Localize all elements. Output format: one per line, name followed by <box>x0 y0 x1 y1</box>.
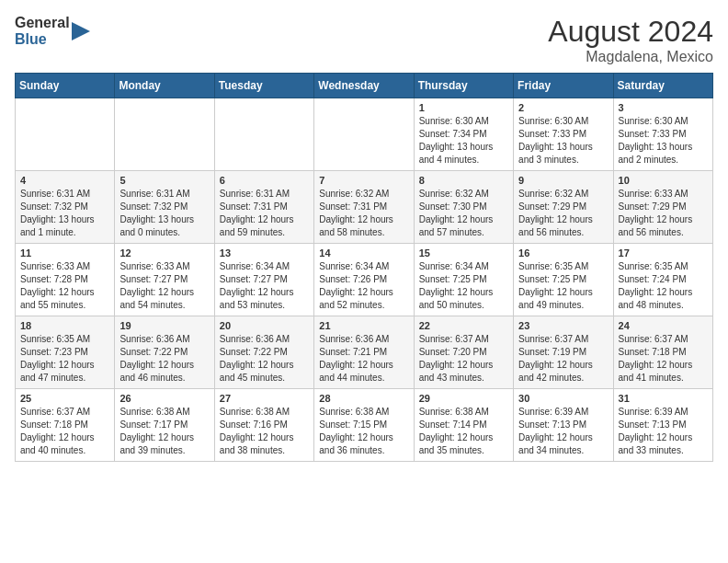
day-info: Sunrise: 6:33 AMSunset: 7:27 PMDaylight:… <box>119 260 209 312</box>
day-number: 10 <box>619 175 708 186</box>
day-info: Sunrise: 6:39 AMSunset: 7:13 PMDaylight:… <box>619 406 708 457</box>
day-number: 18 <box>20 320 109 331</box>
day-number: 28 <box>319 393 408 404</box>
day-number: 22 <box>419 320 508 331</box>
day-info: Sunrise: 6:33 AMSunset: 7:29 PMDaylight:… <box>619 188 708 239</box>
svg-marker-0 <box>72 22 90 40</box>
day-number: 16 <box>518 247 608 259</box>
day-number: 3 <box>619 102 708 113</box>
day-number: 24 <box>619 320 708 331</box>
day-info: Sunrise: 6:33 AMSunset: 7:28 PMDaylight:… <box>20 260 109 312</box>
day-info: Sunrise: 6:36 AMSunset: 7:22 PMDaylight:… <box>119 333 209 385</box>
col-monday: Monday <box>115 74 214 98</box>
day-number: 27 <box>220 393 309 404</box>
logo: General Blue <box>15 15 90 47</box>
day-number: 19 <box>119 320 209 331</box>
table-row: 3Sunrise: 6:30 AMSunset: 7:33 PMDaylight… <box>613 98 712 171</box>
col-saturday: Saturday <box>613 74 712 98</box>
day-number: 31 <box>619 393 708 404</box>
col-friday: Friday <box>514 74 613 98</box>
month-year-title: August 2024 <box>548 15 713 49</box>
table-row: 9Sunrise: 6:32 AMSunset: 7:29 PMDaylight… <box>514 171 613 244</box>
table-row: 8Sunrise: 6:32 AMSunset: 7:30 PMDaylight… <box>414 171 513 244</box>
day-info: Sunrise: 6:31 AMSunset: 7:31 PMDaylight:… <box>220 188 309 239</box>
day-info: Sunrise: 6:38 AMSunset: 7:14 PMDaylight:… <box>419 406 508 457</box>
day-info: Sunrise: 6:35 AMSunset: 7:23 PMDaylight:… <box>20 333 109 385</box>
location-subtitle: Magdalena, Mexico <box>548 49 713 65</box>
table-row: 18Sunrise: 6:35 AMSunset: 7:23 PMDayligh… <box>16 316 115 389</box>
table-row: 16Sunrise: 6:35 AMSunset: 7:25 PMDayligh… <box>514 244 613 316</box>
day-number: 23 <box>518 320 608 331</box>
calendar-week-row: 25Sunrise: 6:37 AMSunset: 7:18 PMDayligh… <box>16 389 713 462</box>
calendar-header-row: Sunday Monday Tuesday Wednesday Thursday… <box>16 74 713 98</box>
day-number: 17 <box>619 247 708 259</box>
day-info: Sunrise: 6:36 AMSunset: 7:22 PMDaylight:… <box>220 333 309 385</box>
day-number: 26 <box>119 393 209 404</box>
day-number: 2 <box>518 102 608 113</box>
day-info: Sunrise: 6:32 AMSunset: 7:31 PMDaylight:… <box>319 188 408 239</box>
logo-general: General <box>15 15 70 31</box>
table-row: 2Sunrise: 6:30 AMSunset: 7:33 PMDaylight… <box>514 98 613 171</box>
day-number: 8 <box>419 175 508 186</box>
day-number: 7 <box>319 175 408 186</box>
table-row: 13Sunrise: 6:34 AMSunset: 7:27 PMDayligh… <box>214 244 313 316</box>
table-row: 25Sunrise: 6:37 AMSunset: 7:18 PMDayligh… <box>16 389 115 462</box>
title-block: August 2024 Magdalena, Mexico <box>548 15 713 65</box>
table-row: 10Sunrise: 6:33 AMSunset: 7:29 PMDayligh… <box>613 171 712 244</box>
table-row: 17Sunrise: 6:35 AMSunset: 7:24 PMDayligh… <box>613 244 712 316</box>
table-row: 23Sunrise: 6:37 AMSunset: 7:19 PMDayligh… <box>514 316 613 389</box>
table-row <box>115 98 214 171</box>
table-row: 29Sunrise: 6:38 AMSunset: 7:14 PMDayligh… <box>414 389 513 462</box>
col-sunday: Sunday <box>16 74 115 98</box>
day-info: Sunrise: 6:35 AMSunset: 7:24 PMDaylight:… <box>619 260 708 312</box>
col-wednesday: Wednesday <box>314 74 414 98</box>
day-info: Sunrise: 6:31 AMSunset: 7:32 PMDaylight:… <box>20 188 109 239</box>
day-number: 4 <box>20 175 109 186</box>
page-header: General Blue August 2024 Magdalena, Mexi… <box>15 15 713 65</box>
table-row: 12Sunrise: 6:33 AMSunset: 7:27 PMDayligh… <box>115 244 214 316</box>
day-info: Sunrise: 6:34 AMSunset: 7:27 PMDaylight:… <box>220 260 309 312</box>
table-row: 27Sunrise: 6:38 AMSunset: 7:16 PMDayligh… <box>214 389 313 462</box>
logo-blue: Blue <box>15 31 47 48</box>
day-info: Sunrise: 6:37 AMSunset: 7:20 PMDaylight:… <box>419 333 508 385</box>
day-number: 20 <box>220 320 309 331</box>
day-info: Sunrise: 6:32 AMSunset: 7:29 PMDaylight:… <box>518 188 608 239</box>
day-number: 29 <box>419 393 508 404</box>
day-number: 15 <box>419 247 508 259</box>
table-row <box>214 98 313 171</box>
logo-triangle-icon <box>72 17 90 45</box>
day-info: Sunrise: 6:39 AMSunset: 7:13 PMDaylight:… <box>518 406 608 457</box>
day-info: Sunrise: 6:34 AMSunset: 7:25 PMDaylight:… <box>419 260 508 312</box>
table-row: 1Sunrise: 6:30 AMSunset: 7:34 PMDaylight… <box>414 98 513 171</box>
table-row: 31Sunrise: 6:39 AMSunset: 7:13 PMDayligh… <box>613 389 712 462</box>
day-info: Sunrise: 6:36 AMSunset: 7:21 PMDaylight:… <box>319 333 408 385</box>
table-row: 6Sunrise: 6:31 AMSunset: 7:31 PMDaylight… <box>214 171 313 244</box>
table-row: 7Sunrise: 6:32 AMSunset: 7:31 PMDaylight… <box>314 171 414 244</box>
table-row: 15Sunrise: 6:34 AMSunset: 7:25 PMDayligh… <box>414 244 513 316</box>
table-row <box>314 98 414 171</box>
day-number: 6 <box>220 175 309 186</box>
day-info: Sunrise: 6:30 AMSunset: 7:34 PMDaylight:… <box>419 115 508 167</box>
table-row: 14Sunrise: 6:34 AMSunset: 7:26 PMDayligh… <box>314 244 414 316</box>
day-number: 21 <box>319 320 408 331</box>
table-row: 4Sunrise: 6:31 AMSunset: 7:32 PMDaylight… <box>16 171 115 244</box>
day-info: Sunrise: 6:37 AMSunset: 7:18 PMDaylight:… <box>20 406 109 457</box>
table-row: 26Sunrise: 6:38 AMSunset: 7:17 PMDayligh… <box>115 389 214 462</box>
table-row: 20Sunrise: 6:36 AMSunset: 7:22 PMDayligh… <box>214 316 313 389</box>
table-row: 24Sunrise: 6:37 AMSunset: 7:18 PMDayligh… <box>613 316 712 389</box>
day-number: 1 <box>419 102 508 113</box>
logo-container: General Blue <box>15 15 90 47</box>
day-number: 12 <box>119 247 209 259</box>
day-info: Sunrise: 6:37 AMSunset: 7:18 PMDaylight:… <box>619 333 708 385</box>
day-info: Sunrise: 6:38 AMSunset: 7:15 PMDaylight:… <box>319 406 408 457</box>
table-row: 28Sunrise: 6:38 AMSunset: 7:15 PMDayligh… <box>314 389 414 462</box>
calendar-week-row: 18Sunrise: 6:35 AMSunset: 7:23 PMDayligh… <box>16 316 713 389</box>
calendar-week-row: 1Sunrise: 6:30 AMSunset: 7:34 PMDaylight… <box>16 98 713 171</box>
table-row: 22Sunrise: 6:37 AMSunset: 7:20 PMDayligh… <box>414 316 513 389</box>
day-info: Sunrise: 6:34 AMSunset: 7:26 PMDaylight:… <box>319 260 408 312</box>
calendar-week-row: 4Sunrise: 6:31 AMSunset: 7:32 PMDaylight… <box>16 171 713 244</box>
day-number: 25 <box>20 393 109 404</box>
table-row <box>16 98 115 171</box>
day-number: 13 <box>220 247 309 259</box>
day-number: 5 <box>119 175 209 186</box>
